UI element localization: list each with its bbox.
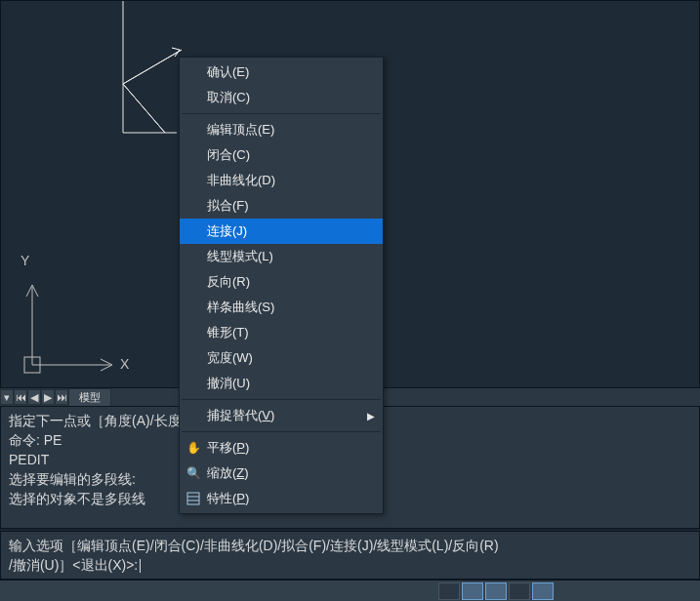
menu-label: 取消(C)	[207, 89, 250, 106]
prompt-text-1: 输入选项［编辑顶点(E)/闭合(C)/非曲线化(D)/拟合(F)/连接(J)/线…	[9, 538, 499, 553]
menu-spline[interactable]: 样条曲线(S)	[180, 295, 383, 320]
status-toggle-1[interactable]	[438, 582, 460, 600]
menu-label: 特性(P)	[207, 490, 249, 507]
menu-label: 非曲线化(D)	[207, 172, 275, 189]
menu-label: 缩放(Z)	[207, 464, 249, 482]
status-buttons	[438, 582, 554, 600]
menu-zoom[interactable]: 🔍 缩放(Z)	[180, 461, 383, 486]
menu-label: 连接(J)	[207, 222, 247, 240]
menu-pan[interactable]: ✋ 平移(P)	[180, 435, 383, 461]
menu-label: 拟合(F)	[207, 197, 249, 215]
menu-label: 编辑顶点(E)	[207, 121, 274, 139]
menu-label: 闭合(C)	[207, 146, 250, 164]
menu-label: 捕捉替代(V)	[207, 407, 274, 424]
tab-last-button[interactable]: ⏭	[55, 389, 68, 405]
menu-properties[interactable]: 特性(P)	[180, 486, 383, 511]
menu-width[interactable]: 宽度(W)	[180, 345, 383, 371]
status-bar	[0, 580, 700, 601]
menu-separator	[182, 113, 381, 114]
menu-edit-vertex[interactable]: 编辑顶点(E)	[180, 117, 383, 142]
menu-label: 线型模式(L)	[207, 248, 273, 265]
menu-separator	[182, 399, 381, 400]
svg-rect-3	[187, 493, 199, 504]
menu-close[interactable]: 闭合(C)	[180, 142, 383, 168]
properties-icon	[185, 491, 201, 506]
tab-dropdown-button[interactable]: ▾	[0, 389, 14, 405]
pan-icon: ✋	[185, 440, 201, 456]
prompt-text-2: /撤消(U)］<退出(X)>:	[9, 557, 138, 573]
ucs-x-label: X	[120, 356, 130, 372]
menu-reverse[interactable]: 反向(R)	[180, 269, 383, 295]
ucs-icon: Y X	[13, 248, 130, 378]
tab-model[interactable]: 模型	[68, 388, 111, 407]
tab-first-button[interactable]: ⏮	[14, 389, 27, 405]
menu-join[interactable]: 连接(J)	[180, 219, 383, 244]
command-prompt[interactable]: 输入选项［编辑顶点(E)/闭合(C)/非曲线化(D)/拟合(F)/连接(J)/线…	[0, 531, 700, 580]
menu-cancel[interactable]: 取消(C)	[180, 85, 383, 110]
status-toggle-4[interactable]	[509, 582, 530, 600]
menu-undo[interactable]: 撤消(U)	[180, 371, 383, 396]
tab-next-button[interactable]: ▶	[41, 389, 55, 405]
ucs-y-label: Y	[21, 253, 30, 268]
cmd-line: PEDIT	[9, 452, 49, 467]
menu-decurve[interactable]: 非曲线化(D)	[180, 168, 383, 193]
chevron-right-icon: ▶	[367, 411, 375, 421]
menu-label: 反向(R)	[207, 273, 250, 291]
menu-label: 锥形(T)	[207, 324, 249, 341]
status-toggle-3[interactable]	[485, 582, 507, 600]
cmd-line: 命令: PE	[9, 432, 62, 448]
menu-confirm[interactable]: 确认(E)	[180, 60, 383, 85]
menu-snap-overrides[interactable]: 捕捉替代(V) ▶	[180, 403, 383, 428]
menu-ltgen[interactable]: 线型模式(L)	[180, 244, 383, 269]
cmd-line: 选择要编辑的多段线:	[9, 471, 136, 487]
menu-taper[interactable]: 锥形(T)	[180, 320, 383, 345]
zoom-icon: 🔍	[185, 465, 201, 481]
pedit-context-menu: 确认(E) 取消(C) 编辑顶点(E) 闭合(C) 非曲线化(D) 拟合(F) …	[179, 57, 384, 514]
menu-fit[interactable]: 拟合(F)	[180, 193, 383, 219]
status-toggle-5[interactable]	[532, 582, 554, 600]
tab-prev-button[interactable]: ◀	[27, 389, 41, 405]
menu-label: 平移(P)	[207, 439, 249, 457]
menu-separator	[182, 431, 381, 432]
text-caret	[140, 559, 141, 573]
menu-label: 样条曲线(S)	[207, 299, 274, 316]
menu-label: 宽度(W)	[207, 349, 253, 367]
menu-label: 撤消(U)	[207, 375, 250, 392]
status-toggle-2[interactable]	[462, 582, 483, 600]
menu-label: 确认(E)	[207, 63, 249, 81]
